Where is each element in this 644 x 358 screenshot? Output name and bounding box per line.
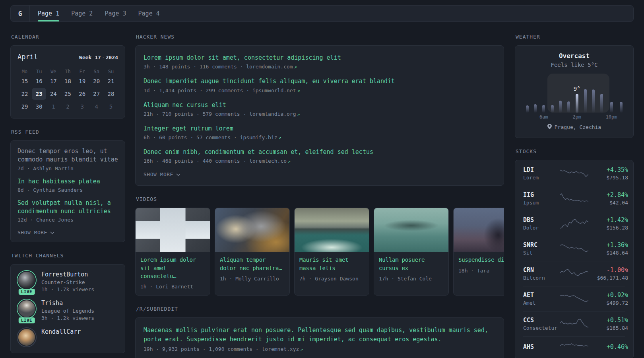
video-title[interactable]: Mauris sit amet massa felis — [299, 256, 364, 272]
stock-row[interactable]: AHS +0.46% — [523, 336, 625, 358]
rss-show-more-button[interactable]: SHOW MORE — [17, 230, 118, 235]
weather-bar-slot — [597, 76, 606, 119]
weather-bar — [559, 101, 562, 113]
video-body: Suspendisse diam 18h · Tara — [454, 252, 504, 279]
stock-row[interactable]: DBSDolor +1.42%$156.28 — [523, 211, 625, 236]
video-card[interactable]: Lorem ipsum dolor sit amet consectetu… 1… — [135, 208, 210, 296]
weather-bar-slot: 9°2pm — [572, 76, 581, 119]
stock-sparkline — [560, 193, 588, 204]
tab-page-1[interactable]: Page 1 — [38, 6, 59, 21]
stock-price: $66,171.48 — [588, 275, 628, 281]
video-meta: 18h · Tara — [458, 268, 504, 274]
video-thumbnail — [136, 208, 210, 252]
hour-label: 2pm — [572, 113, 581, 119]
calendar-week-label: Week 17 — [79, 54, 101, 60]
stock-row[interactable]: IIGIpsum +2.84%$42.04 — [523, 186, 625, 211]
rss-item-title[interactable]: Sed volutpat nulla nisl, a condimentum n… — [17, 199, 118, 216]
weekday-label: Su — [104, 69, 118, 74]
app-logo[interactable]: G — [11, 6, 30, 21]
stock-price: $148.64 — [588, 250, 628, 256]
hn-domain-link[interactable]: ipsumworld.net — [252, 88, 296, 93]
hour-label: 10pm — [606, 113, 617, 119]
channel-name[interactable]: ForrestBurton — [41, 271, 94, 278]
hour-label: 6am — [539, 113, 548, 119]
calendar-year: 2024 — [106, 54, 118, 60]
hn-domain-link[interactable]: ipsumify.biz — [240, 134, 277, 140]
external-link-icon: ↗ — [296, 88, 300, 93]
channel-name[interactable]: KendallCarr — [41, 328, 81, 335]
twitch-channel[interactable]: LIVE ForrestBurton Counter-Strike 1h · 1… — [17, 271, 118, 292]
calendar-weekday-row: MoTuWeThFrSaSu — [17, 69, 118, 74]
hn-meta-text: 3h · 148 points · 116 comments · — [144, 64, 243, 70]
video-card[interactable]: Nullam posuere cursus ex 17h · Stefan Co… — [374, 208, 449, 296]
stock-row[interactable]: SNRCSit +1.36%$148.64 — [523, 236, 625, 261]
weather-bar — [542, 105, 545, 113]
tab-page-2[interactable]: Page 2 — [71, 6, 93, 21]
stock-sparkline — [560, 318, 588, 329]
hn-item-title[interactable]: Donec imperdiet augue tincidunt felis al… — [144, 77, 496, 86]
weather-widget: Overcast Feels like 5°C 6am9°2pm10pm Pra… — [515, 45, 634, 138]
subreddit-widget: Maecenas mollis pulvinar erat non posuer… — [135, 317, 504, 358]
video-title[interactable]: Nullam posuere cursus ex — [379, 256, 444, 272]
stock-name: Lorem — [523, 175, 560, 181]
stock-ticker: CRN — [523, 267, 560, 274]
hn-show-more-button[interactable]: SHOW MORE — [144, 171, 496, 177]
weather-bar-slot — [548, 76, 557, 119]
calendar-section-label: CALENDAR — [11, 34, 125, 40]
left-column: CALENDAR April Week 17·2024 MoTuWeThFrSa… — [10, 34, 125, 358]
channel-name[interactable]: Trisha — [41, 300, 94, 307]
video-meta: 17h · Stefan Cole — [379, 276, 444, 282]
location-text: Prague, Czechia — [555, 124, 601, 130]
stock-row[interactable]: CCSConsectetur +0.51%$165.84 — [523, 311, 625, 336]
hn-item-title[interactable]: Integer eget rutrum lorem — [144, 125, 496, 133]
video-card[interactable]: Mauris sit amet massa felis 7h · Grayson… — [294, 208, 369, 296]
calendar-day: 24 — [46, 88, 60, 100]
video-title[interactable]: Lorem ipsum dolor sit amet consectetu… — [140, 256, 205, 280]
calendar-day: 18 — [60, 75, 75, 87]
stock-row[interactable]: LDILorem +4.35%$795.18 — [523, 161, 625, 186]
live-badge: LIVE — [19, 317, 35, 323]
calendar-week-year: Week 17·2024 — [79, 54, 118, 60]
rss-item-title[interactable]: Donec tempor eros leo, ut commodo mauris… — [17, 147, 118, 164]
current-temp-label: 9° — [574, 86, 580, 92]
twitch-channel[interactable]: LIVE Trisha League of Legends 3h · 1.2k … — [17, 300, 118, 321]
avatar — [17, 300, 36, 318]
hn-item-title[interactable]: Donec enim nibh, condimentum et accumsan… — [144, 148, 496, 156]
chevron-down-icon — [50, 230, 54, 235]
videos-row: Lorem ipsum dolor sit amet consectetu… 1… — [135, 208, 504, 296]
video-title[interactable]: Aliquam tempor dolor nec pharetra… — [220, 256, 285, 272]
hn-domain-link[interactable]: loremdomain.com — [246, 64, 293, 70]
video-thumbnail — [295, 208, 369, 252]
stock-ticker: AHS — [523, 343, 560, 350]
weather-bar — [584, 89, 587, 113]
stock-sparkline — [560, 168, 588, 179]
weather-bar — [600, 94, 603, 113]
tab-page-4[interactable]: Page 4 — [138, 6, 160, 21]
stock-row[interactable]: AETAmet +0.92%$499.72 — [523, 286, 625, 311]
hn-domain-link[interactable]: loremtech.co — [249, 158, 287, 164]
video-card[interactable]: Aliquam tempor dolor nec pharetra… 1h · … — [215, 208, 290, 296]
chevron-down-icon — [176, 171, 180, 177]
twitch-channel[interactable]: KendallCarr — [17, 328, 118, 346]
video-thumbnail — [215, 208, 289, 252]
video-thumbnail — [374, 208, 448, 252]
hn-item-meta: 6h · 60 points · 57 comments · ipsumify.… — [144, 134, 496, 140]
stock-values: +4.35%$795.18 — [588, 166, 628, 181]
tab-page-3[interactable]: Page 3 — [105, 6, 126, 21]
video-card[interactable]: Suspendisse diam 18h · Tara — [453, 208, 504, 296]
reddit-domain-link[interactable]: loremnet.xyz — [262, 346, 299, 352]
rss-item-title[interactable]: In hac habitasse platea — [17, 177, 118, 186]
hn-domain-link[interactable]: loremlandia.org — [249, 111, 296, 117]
video-title[interactable]: Suspendisse diam — [458, 256, 504, 264]
reddit-post-title[interactable]: Maecenas mollis pulvinar erat non posuer… — [144, 326, 496, 344]
content-grid: CALENDAR April Week 17·2024 MoTuWeThFrSa… — [10, 34, 634, 358]
weather-bar — [534, 104, 537, 113]
stock-row[interactable]: CRNBitcorn -1.00%$66,171.48 — [523, 261, 625, 286]
hn-item-title[interactable]: Lorem ipsum dolor sit amet, consectetur … — [144, 54, 496, 62]
calendar-day: 28 — [104, 88, 118, 100]
stock-values: +0.92%$499.72 — [588, 292, 628, 306]
hn-item-title[interactable]: Aliquam nec cursus elit — [144, 101, 496, 109]
weather-bar-slot — [556, 76, 564, 119]
weather-bar-slot — [617, 76, 626, 119]
calendar-day: 5 — [104, 101, 118, 113]
